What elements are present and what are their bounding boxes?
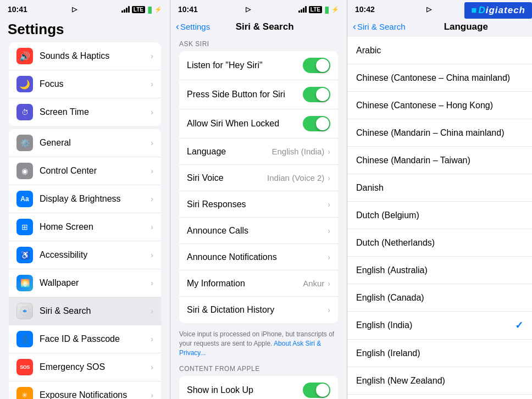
language-item[interactable]: Language English (India) › bbox=[179, 138, 338, 165]
toggle-thumb-4 bbox=[316, 384, 329, 397]
settings-list[interactable]: 🔊 Sounds & Haptics › 🌙 Focus › ⏱ Screen … bbox=[0, 42, 170, 399]
display-icon: Aa bbox=[16, 191, 33, 207]
press-side-item[interactable]: Press Side Button for Siri bbox=[179, 80, 338, 109]
accessibility-icon: ♿ bbox=[16, 247, 33, 263]
lang-dutch-belgium[interactable]: Dutch (Belgium) bbox=[347, 202, 532, 229]
lang-english-ireland[interactable]: English (Ireland) bbox=[347, 340, 532, 367]
settings-item-homescreen[interactable]: ⊞ Home Screen › bbox=[9, 213, 161, 241]
settings-item-accessibility[interactable]: ♿ Accessibility › bbox=[9, 241, 161, 269]
lang-dutch-netherlands[interactable]: Dutch (Netherlands) bbox=[347, 229, 532, 257]
battery-bolt-2: ⚡ bbox=[331, 6, 339, 13]
announce-calls-label: Announce Calls bbox=[187, 226, 328, 236]
lang-dutch-belgium-name: Dutch (Belgium) bbox=[356, 210, 523, 220]
settings-item-display[interactable]: Aa Display & Brightness › bbox=[9, 185, 161, 213]
siri-voice-item[interactable]: Siri Voice Indian (Voice 2) › bbox=[179, 165, 338, 191]
lang-english-newzealand-name: English (New Zealand) bbox=[356, 376, 523, 386]
language-list[interactable]: Arabic Chinese (Cantonese – China mainla… bbox=[347, 37, 532, 399]
settings-group-1: 🔊 Sounds & Haptics › 🌙 Focus › ⏱ Screen … bbox=[9, 42, 161, 126]
ask-siri-note: Voice input is processed on iPhone, but … bbox=[170, 326, 347, 362]
watermark-icon: ■ bbox=[471, 5, 477, 16]
lang-mandarin-china[interactable]: Chinese (Mandarin – China mainland) bbox=[347, 119, 532, 147]
my-info-value: Ankur bbox=[303, 279, 324, 288]
settings-item-sounds[interactable]: 🔊 Sounds & Haptics › bbox=[9, 42, 161, 70]
my-info-label: My Information bbox=[187, 279, 303, 289]
ask-siri-header: ASK SIRI bbox=[170, 37, 347, 50]
lang-arabic-name: Arabic bbox=[356, 46, 523, 56]
language-nav-header: ‹ Siri & Search Language bbox=[347, 18, 532, 37]
settings-item-emergency[interactable]: SOS Emergency SOS › bbox=[9, 353, 161, 381]
faceid-icon: 👤 bbox=[16, 331, 33, 347]
siri-chevron: › bbox=[151, 307, 153, 315]
signal-bars-1 bbox=[121, 6, 130, 13]
allow-locked-toggle[interactable] bbox=[303, 116, 330, 131]
settings-item-screentime[interactable]: ⏱ Screen Time › bbox=[9, 98, 161, 126]
settings-item-general[interactable]: ⚙️ General › bbox=[9, 129, 161, 157]
language-back-label: Siri & Search bbox=[357, 22, 406, 31]
focus-icon: 🌙 bbox=[16, 76, 33, 92]
controlcenter-label: Control Center bbox=[40, 166, 151, 176]
siri-settings-list[interactable]: ASK SIRI Listen for "Hey Siri" Press Sid… bbox=[170, 37, 347, 399]
status-bar-1: 10:41 ▷ LTE ▮ ⚡ bbox=[0, 0, 170, 18]
lang-cantonese-hk[interactable]: Chinese (Cantonese – Hong Kong) bbox=[347, 92, 532, 119]
siri-responses-item[interactable]: Siri Responses › bbox=[179, 191, 338, 218]
lang-english-canada[interactable]: English (Canada) bbox=[347, 284, 532, 312]
settings-item-siri[interactable]: Siri & Search › bbox=[9, 297, 161, 325]
siri-label: Siri & Search bbox=[40, 306, 151, 316]
show-lookup-toggle[interactable] bbox=[303, 383, 330, 398]
lte-badge-2: LTE bbox=[309, 6, 322, 13]
show-lookup-item[interactable]: Show in Look Up bbox=[179, 376, 338, 399]
settings-item-exposure[interactable]: ✳ Exposure Notifications › bbox=[9, 381, 161, 399]
lang-english-australia[interactable]: English (Australia) bbox=[347, 257, 532, 284]
announce-calls-item[interactable]: Announce Calls › bbox=[179, 218, 338, 244]
lang-english-newzealand[interactable]: English (New Zealand) bbox=[347, 367, 532, 395]
siri-history-item[interactable]: Siri & Dictation History › bbox=[179, 297, 338, 323]
ask-siri-privacy-link[interactable]: About Ask Siri & Privacy... bbox=[179, 340, 321, 357]
lang-english-australia-name: English (Australia) bbox=[356, 265, 523, 275]
announce-notif-item[interactable]: Announce Notifications › bbox=[179, 244, 338, 270]
settings-item-faceid[interactable]: 👤 Face ID & Passcode › bbox=[9, 325, 161, 353]
lang-cantonese-china-name: Chinese (Cantonese – China mainland) bbox=[356, 73, 523, 83]
exposure-chevron: › bbox=[151, 391, 153, 399]
screentime-label: Screen Time bbox=[40, 107, 151, 117]
controlcenter-icon: ◉ bbox=[16, 163, 33, 179]
watermark-text: Digiatech bbox=[478, 5, 525, 16]
controlcenter-chevron: › bbox=[151, 167, 153, 175]
my-info-chevron: › bbox=[328, 279, 330, 288]
settings-group-2: ⚙️ General › ◉ Control Center › Aa Displ… bbox=[9, 129, 161, 399]
listen-hey-siri-item[interactable]: Listen for "Hey Siri" bbox=[179, 51, 338, 80]
siri-svg bbox=[20, 306, 30, 316]
lang-english-singapore[interactable]: English (Singapore) bbox=[347, 395, 532, 399]
language-back-button[interactable]: ‹ Siri & Search bbox=[353, 21, 406, 32]
location-icon-2: ▷ bbox=[246, 5, 251, 13]
settings-item-controlcenter[interactable]: ◉ Control Center › bbox=[9, 157, 161, 185]
lang-mandarin-taiwan[interactable]: Chinese (Mandarin – Taiwan) bbox=[347, 147, 532, 174]
wallpaper-chevron: › bbox=[151, 279, 153, 287]
bar-3 bbox=[126, 8, 128, 13]
allow-locked-label: Allow Siri When Locked bbox=[187, 119, 303, 129]
language-panel: 10:42 ▷ LTE ▮ ⚡ ‹ Siri & Search Language… bbox=[347, 0, 532, 399]
settings-item-wallpaper[interactable]: 🌅 Wallpaper › bbox=[9, 269, 161, 297]
lang-english-india[interactable]: English (India) ✓ bbox=[347, 312, 532, 340]
lang-cantonese-china[interactable]: Chinese (Cantonese – China mainland) bbox=[347, 64, 532, 92]
siri-back-button[interactable]: ‹ Settings bbox=[176, 21, 210, 32]
allow-locked-item[interactable]: Allow Siri When Locked bbox=[179, 109, 338, 138]
content-apple-header: CONTENT FROM APPLE bbox=[170, 362, 347, 375]
listen-hey-siri-toggle[interactable] bbox=[303, 58, 330, 73]
settings-item-focus[interactable]: 🌙 Focus › bbox=[9, 70, 161, 98]
display-chevron: › bbox=[151, 195, 153, 203]
battery-1: ▮ bbox=[147, 4, 152, 15]
listen-hey-siri-label: Listen for "Hey Siri" bbox=[187, 60, 303, 70]
siri-responses-label: Siri Responses bbox=[187, 199, 328, 209]
back-chevron-2: ‹ bbox=[176, 21, 179, 32]
time-1: 10:41 bbox=[8, 5, 27, 14]
bar2-1 bbox=[298, 10, 300, 13]
lang-cantonese-hk-name: Chinese (Cantonese – Hong Kong) bbox=[356, 101, 523, 110]
bar2-2 bbox=[301, 9, 302, 13]
toggle-thumb-2 bbox=[316, 88, 329, 101]
lang-danish[interactable]: Danish bbox=[347, 174, 532, 202]
lang-english-canada-name: English (Canada) bbox=[356, 293, 523, 303]
announce-notif-label: Announce Notifications bbox=[187, 252, 328, 262]
lang-arabic[interactable]: Arabic bbox=[347, 37, 532, 64]
my-info-item[interactable]: My Information Ankur › bbox=[179, 270, 338, 297]
press-side-toggle[interactable] bbox=[303, 87, 330, 102]
